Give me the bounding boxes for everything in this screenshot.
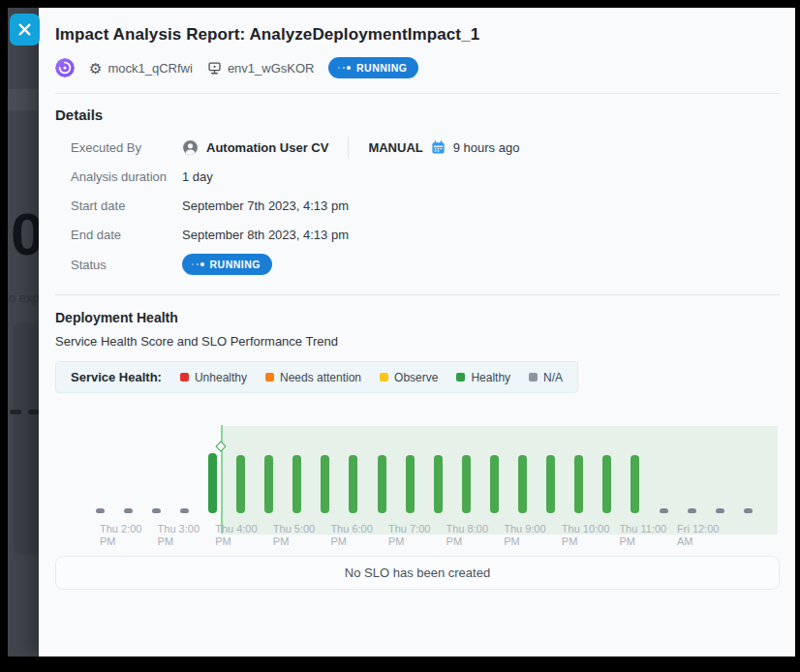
x-axis-label: Thu 11:00PM [619,523,677,548]
x-axis-label: Thu 10:00PM [562,523,620,548]
detail-value: September 8th 2023, 4:13 pm [182,228,349,242]
health-bar[interactable] [716,508,724,513]
health-bar[interactable] [292,455,301,513]
deployment-health-subtitle: Service Health Score and SLO Performance… [55,334,780,349]
health-bar[interactable] [378,455,386,513]
health-bar[interactable] [574,455,583,513]
health-bar[interactable] [208,453,217,513]
user-icon [182,139,199,156]
dimmed-background-page: 0 o exp Impact Analysis Report: AnalyzeD… [8,8,795,657]
health-bar[interactable] [321,455,329,513]
x-axis-label: Thu 2:00PM [100,523,158,548]
detail-row-executed-by: Executed By Automation User CV [55,133,780,162]
health-bar[interactable] [546,455,555,513]
environment-icon [207,61,222,76]
legend-label: N/A [543,371,563,384]
legend-label: Unhealthy [195,371,247,384]
health-bar[interactable] [152,508,161,513]
background-bar-stub [10,410,21,414]
report-title: Impact Analysis Report: AnalyzeDeploymen… [55,25,780,45]
detail-row-start-date: Start date September 7th 2023, 4:13 pm [55,191,780,220]
status-badge-label: RUNNING [210,259,262,270]
health-trend-chart: Thu 2:00PMThu 3:00PMThu 4:00PMThu 5:00PM… [55,405,780,552]
status-badge-label: RUNNING [356,62,408,74]
status-badge: RUNNING [182,254,272,275]
x-axis-label: Thu 4:00PM [215,523,273,548]
status-badge: RUNNING [328,57,418,78]
impact-analysis-drawer: Impact Analysis Report: AnalyzeDeploymen… [39,8,795,657]
detail-label: Executed By [71,140,182,155]
service-avatar-icon [55,58,75,77]
header-divider [55,93,780,94]
health-bar[interactable] [434,455,443,513]
background-partial-text: o exp [9,290,40,305]
x-axis-label: Thu 5:00PM [273,523,331,548]
observe-swatch-icon [380,373,388,382]
x-axis-label: Fri 12:00AM [677,523,735,548]
health-bar[interactable] [660,508,668,513]
detail-label: End date [71,228,182,242]
health-bar[interactable] [602,455,611,513]
health-bar[interactable] [631,455,639,513]
section-divider [55,294,780,295]
detail-row-end-date: End date September 8th 2023, 4:13 pm [55,220,780,249]
running-dots-icon [338,66,351,70]
details-list: Executed By Automation User CV [55,133,780,280]
details-heading: Details [55,107,780,123]
gear-icon: ⚙ [89,61,102,76]
x-axis-label: Thu 8:00PM [446,523,505,548]
x-axis-label: Thu 6:00PM [330,523,388,548]
close-drawer-button[interactable] [10,14,40,46]
service-chip-label: mock1_qCRfwi [108,61,192,76]
health-bar[interactable] [462,455,471,513]
legend-item-unhealthy: Unhealthy [180,371,247,384]
health-bar[interactable] [518,455,527,513]
detail-label: Start date [71,199,182,213]
legend-item-observe: Observe [380,371,438,384]
background-partial-number: 0 [11,199,42,268]
x-axis-label: Thu 9:00PM [504,523,562,548]
screen: 0 o exp Impact Analysis Report: AnalyzeD… [0,0,800,672]
executed-by-user: Automation User CV [206,140,328,155]
healthy-swatch-icon [456,373,465,382]
health-bar[interactable] [490,455,499,513]
legend-label: Healthy [471,371,510,384]
na-swatch-icon [529,373,538,382]
legend-label: Needs attention [280,371,361,384]
health-bar[interactable] [688,508,696,513]
slo-empty-message: No SLO has been created [345,565,490,580]
health-bar[interactable] [236,455,245,513]
detail-label: Analysis duration [71,169,182,184]
health-bar[interactable] [744,508,753,513]
close-icon [18,23,31,36]
legend-item-healthy: Healthy [456,371,510,384]
health-bar[interactable] [96,508,105,513]
x-axis-label: Thu 7:00PM [388,523,446,548]
environment-chip: env1_wGsKOR [207,61,315,76]
detail-value: September 7th 2023, 4:13 pm [182,199,349,213]
report-meta-row: ⚙ mock1_qCRfwi env1_wGsKOR RUNNING [55,57,780,78]
x-axis-label: Thu 3:00PM [158,523,216,548]
slo-empty-state: No SLO has been created [55,556,780,590]
legend-item-needs-attention: Needs attention [265,371,361,384]
health-bar[interactable] [349,455,357,513]
needs-attention-swatch-icon [265,373,274,382]
service-health-legend: Service Health: Unhealthy Needs attentio… [55,361,578,393]
legend-label: Observe [394,371,438,384]
background-panel-edge [14,322,41,555]
detail-value: 1 day [182,169,213,184]
detail-row-analysis-duration: Analysis duration 1 day [55,162,780,191]
vertical-separator [348,137,349,158]
executed-time-ago: 9 hours ago [453,140,520,155]
service-chip: ⚙ mock1_qCRfwi [89,61,193,76]
health-bar[interactable] [406,455,415,513]
health-bar[interactable] [124,508,133,513]
environment-chip-label: env1_wGsKOR [228,61,315,76]
running-dots-icon [192,262,204,266]
detail-row-status: Status RUNNING [55,249,780,280]
health-bar[interactable] [264,455,273,513]
trigger-type: MANUAL [368,140,422,155]
detail-label: Status [71,258,182,272]
deployment-health-heading: Deployment Health [55,310,780,325]
health-bar[interactable] [180,508,189,513]
